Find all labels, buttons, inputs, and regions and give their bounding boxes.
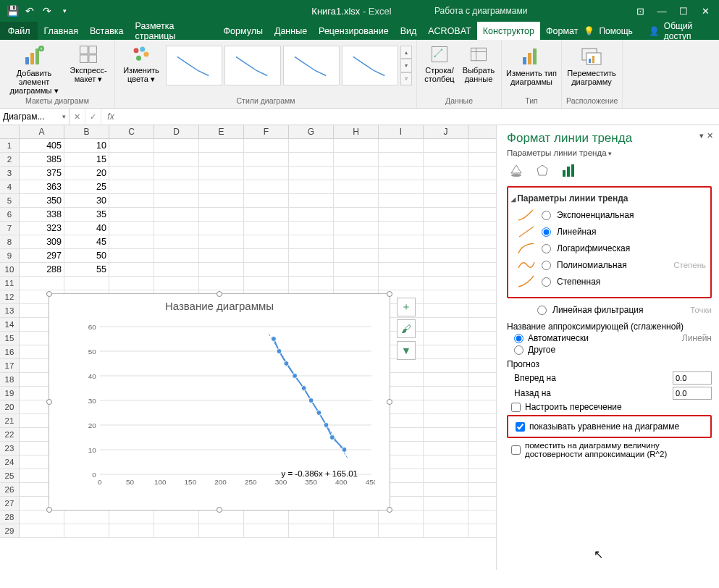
cell[interactable] <box>424 497 468 510</box>
cell[interactable] <box>424 483 468 496</box>
row-header[interactable]: 23 <box>0 442 20 455</box>
pane-options-icon[interactable]: ▾ <box>699 131 704 140</box>
cell[interactable] <box>379 139 424 152</box>
plot-area[interactable]: 0102030405060050100150200250300350400450 <box>78 323 375 489</box>
cell[interactable] <box>244 180 289 193</box>
cell[interactable] <box>154 222 199 235</box>
forecast-fwd-input[interactable] <box>673 371 712 385</box>
cell[interactable] <box>154 263 199 276</box>
cell[interactable] <box>334 208 379 221</box>
cell[interactable] <box>154 139 199 152</box>
tab-review[interactable]: Рецензирование <box>313 22 395 40</box>
cell[interactable] <box>289 194 334 207</box>
cell[interactable] <box>424 524 468 537</box>
cell[interactable] <box>289 235 334 248</box>
row-header[interactable]: 19 <box>0 387 20 400</box>
row-header[interactable]: 7 <box>0 222 20 235</box>
cell[interactable]: 45 <box>64 235 109 248</box>
cell[interactable] <box>379 222 424 235</box>
cell[interactable] <box>20 511 64 524</box>
cell[interactable]: 10 <box>64 139 109 152</box>
change-colors-button[interactable]: Изменить цвета ▾ <box>119 41 163 83</box>
cell[interactable] <box>334 235 379 248</box>
gallery-down-icon[interactable]: ▾ <box>400 59 412 72</box>
cell[interactable] <box>424 345 468 358</box>
cell[interactable] <box>109 153 154 166</box>
tab-format[interactable]: Формат <box>540 22 584 40</box>
tab-acrobat[interactable]: ACROBAT <box>422 22 477 40</box>
cell[interactable] <box>424 208 468 221</box>
cell[interactable] <box>424 263 468 276</box>
chart-styles-gallery[interactable]: ▴▾▿ <box>166 41 412 85</box>
tab-data[interactable]: Данные <box>269 22 313 40</box>
redo-icon[interactable]: ↷ <box>39 3 55 19</box>
cell[interactable] <box>244 208 289 221</box>
cell[interactable] <box>334 180 379 193</box>
trendline-options-header[interactable]: Параметры линии тренда <box>511 193 706 203</box>
qat-more-icon[interactable]: ▾ <box>56 3 72 19</box>
cell[interactable] <box>199 249 244 262</box>
row-header[interactable]: 28 <box>0 511 20 524</box>
cell[interactable] <box>109 249 154 262</box>
col-header[interactable]: C <box>109 125 154 138</box>
cell[interactable] <box>199 153 244 166</box>
cell[interactable] <box>379 167 424 180</box>
cell[interactable] <box>424 139 468 152</box>
cell[interactable] <box>424 469 468 482</box>
cell[interactable] <box>154 511 199 524</box>
row-header[interactable]: 16 <box>0 345 20 358</box>
col-header[interactable]: E <box>199 125 244 138</box>
row-header[interactable]: 1 <box>0 139 20 152</box>
cell[interactable]: 309 <box>20 235 64 248</box>
cell[interactable] <box>424 194 468 207</box>
cell[interactable] <box>424 455 468 469</box>
cell[interactable] <box>379 277 424 290</box>
col-header[interactable]: H <box>334 125 379 138</box>
cell[interactable] <box>289 263 334 276</box>
resize-handle[interactable] <box>216 507 222 513</box>
change-chart-type-button[interactable]: Изменить тип диаграммы <box>506 41 557 86</box>
tab-file[interactable]: Файл <box>0 22 38 40</box>
exponential-radio[interactable] <box>542 211 551 220</box>
row-header[interactable]: 24 <box>0 455 20 469</box>
enter-fx-icon[interactable]: ✓ <box>85 109 101 125</box>
close-icon[interactable]: ✕ <box>696 3 715 19</box>
cell[interactable]: 338 <box>20 208 64 221</box>
cell[interactable]: 25 <box>64 180 109 193</box>
row-header[interactable]: 13 <box>0 304 20 317</box>
cell[interactable] <box>289 524 334 537</box>
cell[interactable] <box>109 194 154 207</box>
col-header[interactable]: G <box>289 125 334 138</box>
cell[interactable] <box>289 511 334 524</box>
pane-subtitle[interactable]: Параметры линии тренда <box>507 148 712 157</box>
cell[interactable] <box>289 277 334 290</box>
embedded-chart[interactable]: Название диаграммы 010203040506005010015… <box>49 293 390 511</box>
row-header[interactable]: 12 <box>0 290 20 303</box>
chart-styles-button[interactable]: 🖌 <box>397 319 416 338</box>
select-data-button[interactable]: Выбрать данные <box>461 41 497 83</box>
cell[interactable] <box>424 304 468 317</box>
tab-formulas[interactable]: Формулы <box>218 22 269 40</box>
logarithmic-radio[interactable] <box>542 244 551 253</box>
cell[interactable] <box>379 511 424 524</box>
resize-handle[interactable] <box>387 399 392 405</box>
cell[interactable] <box>424 414 468 427</box>
cell[interactable]: 50 <box>64 249 109 262</box>
cell[interactable] <box>244 194 289 207</box>
row-header[interactable]: 4 <box>0 180 20 193</box>
cell[interactable] <box>424 387 468 400</box>
cell[interactable] <box>244 524 289 537</box>
cell[interactable] <box>154 277 199 290</box>
cell[interactable] <box>244 249 289 262</box>
gallery-more-icon[interactable]: ▿ <box>400 72 412 85</box>
cell[interactable] <box>424 400 468 413</box>
cell[interactable] <box>199 208 244 221</box>
row-header[interactable]: 15 <box>0 332 20 345</box>
cell[interactable] <box>109 263 154 276</box>
cell[interactable]: 405 <box>20 139 64 152</box>
help-label[interactable]: Помощь <box>599 26 632 36</box>
cell[interactable] <box>244 277 289 290</box>
col-header[interactable]: F <box>244 125 289 138</box>
cell[interactable] <box>379 235 424 248</box>
row-header[interactable]: 29 <box>0 524 20 537</box>
